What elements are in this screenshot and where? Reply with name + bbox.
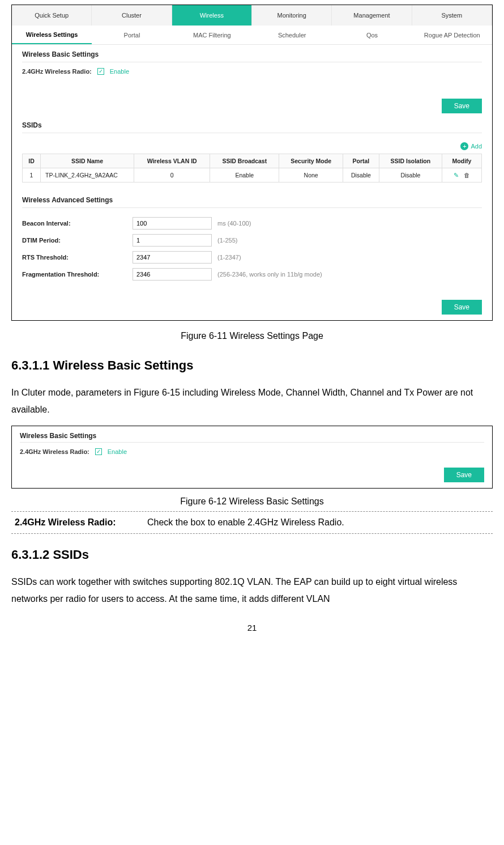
subtab-portal[interactable]: Portal bbox=[92, 26, 172, 44]
subtab-mac-filtering[interactable]: MAC Filtering bbox=[172, 26, 252, 44]
figure-caption-6-12: Figure 6-12 Wireless Basic Settings bbox=[11, 496, 493, 507]
tab-wireless[interactable]: Wireless bbox=[172, 5, 252, 26]
advanced-settings-grid: Beacon Interval: ms (40-100) DTIM Period… bbox=[12, 217, 492, 284]
tab-management[interactable]: Management bbox=[332, 5, 412, 26]
plus-icon: + bbox=[460, 142, 468, 150]
main-tabs: Quick Setup Cluster Wireless Monitoring … bbox=[12, 5, 492, 26]
enable-checkbox[interactable]: ✓ bbox=[97, 68, 104, 75]
th-name: SSID Name bbox=[41, 154, 134, 168]
th-security: Security Mode bbox=[279, 154, 343, 168]
figure-caption-6-11: Figure 6-11 Wireless Settings Page bbox=[11, 331, 493, 341]
hint-beacon: ms (40-100) bbox=[217, 220, 482, 227]
cell-id: 1 bbox=[23, 168, 41, 182]
sub-tabs: Wireless Settings Portal MAC Filtering S… bbox=[12, 26, 492, 45]
lbl-beacon: Beacon Interval: bbox=[22, 220, 133, 227]
save-button-advanced[interactable]: Save bbox=[442, 300, 482, 315]
add-label: Add bbox=[471, 143, 482, 150]
edit-icon[interactable]: ✎ bbox=[454, 172, 459, 179]
save-button-2[interactable]: Save bbox=[444, 468, 484, 482]
hint-dtim: (1-255) bbox=[217, 237, 482, 244]
page-number: 21 bbox=[11, 623, 493, 632]
th-broadcast: SSID Broadcast bbox=[210, 154, 279, 168]
subtab-scheduler[interactable]: Scheduler bbox=[252, 26, 332, 44]
definition-row: 2.4GHz Wireless Radio: Check the box to … bbox=[11, 511, 493, 534]
section-title-basic: Wireless Basic Settings bbox=[22, 50, 482, 58]
lbl-rts: RTS Threshold: bbox=[22, 254, 133, 261]
paragraph-ssids-intro: SSIDs can work together with switches su… bbox=[11, 574, 493, 608]
lbl-frag: Fragmentation Threshold: bbox=[22, 271, 133, 278]
enable-checkbox-2[interactable]: ✓ bbox=[95, 448, 102, 455]
enable-text: Enable bbox=[110, 68, 129, 75]
th-modify: Modify bbox=[442, 154, 482, 168]
enable-text-2: Enable bbox=[108, 448, 127, 455]
th-vlan: Wireless VLAN ID bbox=[134, 154, 210, 168]
definition-desc: Check the box to enable 2.4GHz Wireless … bbox=[147, 517, 493, 528]
hint-frag: (256-2346, works only in 11b/g mode) bbox=[217, 271, 482, 278]
paragraph-basic-intro: In Cluter mode, parameters in Figure 6-1… bbox=[11, 384, 493, 419]
save-button[interactable]: Save bbox=[442, 99, 482, 113]
heading-6-3-1-2: 6.3.1.2 SSIDs bbox=[11, 547, 493, 562]
section-title-ssids: SSIDs bbox=[22, 121, 482, 129]
th-id: ID bbox=[23, 154, 41, 168]
input-beacon[interactable] bbox=[133, 217, 212, 230]
cell-modify: ✎ 🗑 bbox=[442, 168, 482, 182]
subtab-wireless-settings[interactable]: Wireless Settings bbox=[12, 26, 92, 44]
radio-label: 2.4GHz Wireless Radio: bbox=[22, 68, 92, 75]
tab-quick-setup[interactable]: Quick Setup bbox=[12, 5, 92, 26]
section-title-basic-2: Wireless Basic Settings bbox=[20, 432, 484, 440]
radio-label-2: 2.4GHz Wireless Radio: bbox=[20, 448, 89, 455]
input-dtim[interactable] bbox=[133, 234, 212, 247]
cell-broadcast: Enable bbox=[210, 168, 279, 182]
cell-name: TP-LINK_2.4GHz_9A2AAC bbox=[41, 168, 134, 182]
tab-system[interactable]: System bbox=[412, 5, 492, 26]
tab-cluster[interactable]: Cluster bbox=[92, 5, 172, 26]
th-isolation: SSID Isolation bbox=[379, 154, 442, 168]
ssid-table: ID SSID Name Wireless VLAN ID SSID Broad… bbox=[22, 154, 482, 182]
heading-6-3-1-1: 6.3.1.1 Wireless Basic Settings bbox=[11, 358, 493, 373]
delete-icon[interactable]: 🗑 bbox=[464, 172, 470, 179]
subtab-rogue-ap[interactable]: Rogue AP Detection bbox=[412, 26, 492, 44]
cell-security: None bbox=[279, 168, 343, 182]
screenshot-basic-settings: Wireless Basic Settings 2.4GHz Wireless … bbox=[11, 426, 493, 489]
table-row: 1 TP-LINK_2.4GHz_9A2AAC 0 Enable None Di… bbox=[23, 168, 482, 182]
screenshot-wireless-settings: Quick Setup Cluster Wireless Monitoring … bbox=[11, 5, 493, 321]
cell-isolation: Disable bbox=[379, 168, 442, 182]
input-frag[interactable] bbox=[133, 268, 212, 281]
subtab-qos[interactable]: Qos bbox=[332, 26, 412, 44]
hint-rts: (1-2347) bbox=[217, 254, 482, 261]
cell-portal: Disable bbox=[343, 168, 379, 182]
tab-monitoring[interactable]: Monitoring bbox=[252, 5, 332, 26]
cell-vlan: 0 bbox=[134, 168, 210, 182]
section-title-advanced: Wireless Advanced Settings bbox=[22, 196, 482, 204]
input-rts[interactable] bbox=[133, 251, 212, 264]
th-portal: Portal bbox=[343, 154, 379, 168]
definition-term: 2.4GHz Wireless Radio: bbox=[11, 517, 147, 528]
lbl-dtim: DTIM Period: bbox=[22, 237, 133, 244]
add-ssid-button[interactable]: + Add bbox=[12, 142, 492, 154]
